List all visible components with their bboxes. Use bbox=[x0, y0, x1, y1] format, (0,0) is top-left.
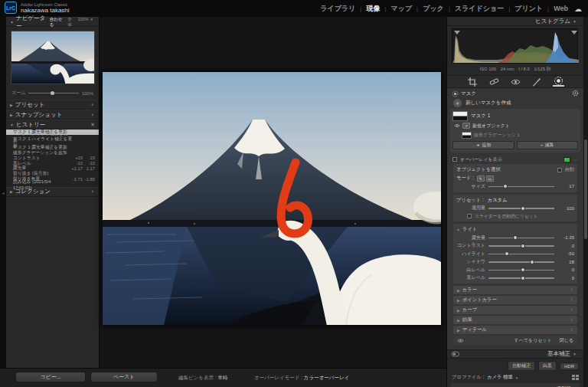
show-edit-pins-value[interactable]: 常時 bbox=[217, 375, 227, 380]
overlay-mode-value[interactable]: カラーオーバーレイ bbox=[304, 375, 349, 380]
module-slideshow[interactable]: スライドショー bbox=[453, 4, 505, 14]
copy-button[interactable]: コピー... bbox=[15, 372, 86, 382]
detail-section-header[interactable]: ▶ディテール⏽ bbox=[453, 326, 577, 334]
collapse-triangle-icon[interactable]: ▶ bbox=[10, 103, 13, 107]
presets-header[interactable]: ▶ プリセット ＋ bbox=[6, 100, 99, 110]
mask-component-object[interactable]: ➚ 新規オブジェクト bbox=[452, 121, 578, 130]
hdr-button[interactable]: HDR bbox=[560, 362, 579, 370]
module-book[interactable]: ブック bbox=[421, 4, 446, 14]
basic-panel-header[interactable]: 基本補正 ▼ bbox=[447, 349, 583, 359]
snapshots-header[interactable]: ▶ スナップショット ＋ bbox=[6, 110, 99, 120]
mask-add-button[interactable]: ＋追加 bbox=[452, 141, 514, 149]
collapse-triangle-icon[interactable]: ▼ bbox=[456, 228, 460, 232]
color-section-header[interactable]: ▶カラー⏽ bbox=[453, 286, 577, 294]
collections-title: コレクション bbox=[15, 188, 51, 195]
rectangle-mode-icon[interactable]: ▭ bbox=[486, 175, 494, 182]
panel-switch-icon[interactable] bbox=[452, 351, 459, 357]
navigator-preview[interactable] bbox=[11, 31, 95, 84]
histogram[interactable] bbox=[452, 28, 578, 64]
plus-icon: ＋ bbox=[475, 142, 480, 149]
effects-section-header[interactable]: ▶効果⏽ bbox=[453, 316, 577, 324]
auto-checkbox[interactable] bbox=[557, 168, 562, 172]
overlay-options-icon[interactable]: ⋯ bbox=[573, 157, 578, 162]
mask-reset-button[interactable]: すべてをリセット bbox=[514, 337, 552, 344]
crop-tool-icon[interactable] bbox=[467, 77, 479, 87]
paste-button[interactable]: ペースト bbox=[90, 372, 158, 382]
section-switch-icon[interactable]: ⏽ bbox=[570, 297, 573, 303]
zoom-dropdown-icon[interactable]: ▾ bbox=[90, 17, 93, 28]
gear-icon[interactable] bbox=[572, 90, 579, 97]
module-map[interactable]: マップ bbox=[389, 4, 413, 14]
mask-close-button[interactable]: 閉じる bbox=[560, 337, 573, 344]
white-balance-card: WB : 撮影時 ▾ 色温度 6,650 かぶり補正 +9 bbox=[451, 383, 580, 387]
auto-tone-button[interactable]: 自動補正 bbox=[508, 361, 535, 371]
history-item[interactable]: 読み込み (2021/5/4 17:01:03) bbox=[6, 182, 99, 187]
brush-tool-icon[interactable] bbox=[531, 77, 543, 87]
show-overlay-checkbox[interactable] bbox=[452, 157, 457, 162]
auto-reset-checkbox[interactable] bbox=[467, 214, 472, 218]
create-new-mask-button[interactable]: ＋ 新しいマスクを作成 bbox=[450, 97, 580, 109]
shadows-slider[interactable] bbox=[488, 261, 554, 263]
collapse-triangle-icon[interactable]: ▼ bbox=[10, 123, 14, 127]
amount-slider[interactable] bbox=[488, 208, 554, 209]
module-print[interactable]: プリント bbox=[513, 4, 544, 14]
module-web[interactable]: Web bbox=[552, 5, 570, 12]
left-panel-collapse-strip[interactable]: ◂ bbox=[0, 17, 6, 368]
healing-tool-icon[interactable] bbox=[488, 77, 500, 87]
section-switch-icon[interactable]: ⏽ bbox=[570, 307, 573, 313]
curve-section-header[interactable]: ▶カーブ⏽ bbox=[453, 306, 577, 314]
mask-component-gradient[interactable]: 線形グラデーション 1 bbox=[452, 130, 578, 139]
mask1-card[interactable]: マスク 1 ➚ 新規オブジェクト 線形グラデーション 1 ＋追加 −減算 bbox=[450, 109, 580, 153]
collapse-triangle-icon[interactable]: ▶ bbox=[10, 113, 13, 117]
plus-circle-icon: ＋ bbox=[453, 99, 462, 107]
add-preset-icon[interactable]: ＋ bbox=[90, 101, 95, 109]
module-library[interactable]: ライブラリ bbox=[318, 4, 357, 14]
profile-value[interactable]: カメラ 標準 bbox=[487, 374, 513, 381]
redeye-tool-icon[interactable] bbox=[510, 77, 521, 87]
contrast-slider[interactable] bbox=[488, 245, 554, 247]
histogram-header[interactable]: ヒストグラム ▼ bbox=[447, 17, 583, 26]
brush-mode-icon[interactable]: ✎ bbox=[477, 175, 485, 182]
light-section-header[interactable]: ▼ ライト bbox=[456, 225, 574, 234]
section-switch-icon[interactable]: ⏽ bbox=[570, 287, 573, 293]
mask-subtract-button[interactable]: −減算 bbox=[517, 141, 579, 149]
profile-browser-icon[interactable] bbox=[572, 375, 579, 380]
mask1-label: マスク 1 bbox=[471, 113, 490, 120]
gradient-label: 線形グラデーション 1 bbox=[474, 132, 520, 139]
show-edit-pins-control[interactable]: 編集ピンを表示 : 常時 bbox=[178, 375, 227, 382]
section-switch-icon[interactable]: ⏽ bbox=[570, 327, 573, 333]
eye-icon[interactable] bbox=[454, 123, 460, 129]
zoom-fill-option[interactable]: 全体 bbox=[67, 17, 75, 28]
zoom-fit-option[interactable]: 合わせる bbox=[50, 17, 66, 28]
masking-tool-icon[interactable] bbox=[553, 77, 564, 87]
right-scrollbar[interactable] bbox=[583, 17, 588, 387]
zoom-level-option[interactable]: 100% bbox=[77, 17, 88, 28]
highlights-slider[interactable] bbox=[488, 254, 554, 255]
exposure-slider[interactable] bbox=[488, 238, 554, 239]
overlay-color-swatch[interactable] bbox=[564, 157, 570, 162]
zoom-slider[interactable] bbox=[28, 93, 78, 93]
overlay-mode-control[interactable]: オーバーレイモード : カラーオーバーレイ bbox=[254, 375, 349, 382]
preset-value[interactable]: カスタム bbox=[488, 197, 508, 204]
collapse-triangle-icon[interactable]: ▼ bbox=[573, 352, 577, 356]
add-collection-icon[interactable]: ＋ bbox=[90, 188, 95, 195]
scrollbar-thumb[interactable] bbox=[584, 139, 587, 239]
cloud-sync-icon[interactable]: ☁ bbox=[574, 5, 582, 13]
clear-history-icon[interactable]: ✕ bbox=[90, 122, 95, 128]
module-develop[interactable]: 現像 bbox=[364, 4, 381, 14]
profile-dropdown-icon[interactable]: ▾ bbox=[516, 376, 518, 380]
navigator-header[interactable]: ▼ ナビゲーター 合わせる 全体 100% ▾ bbox=[6, 17, 99, 27]
collapse-triangle-icon[interactable]: ▼ bbox=[10, 20, 14, 25]
size-slider[interactable] bbox=[488, 186, 554, 188]
point-color-section-header[interactable]: ▶ポイントカラー⏽ bbox=[453, 296, 577, 304]
add-snapshot-icon[interactable]: ＋ bbox=[90, 111, 95, 119]
section-switch-icon[interactable]: ⏽ bbox=[570, 317, 573, 323]
collapse-triangle-icon[interactable]: ▶ bbox=[10, 189, 13, 194]
histogram-title: ヒストグラム bbox=[535, 18, 570, 25]
eye-icon[interactable] bbox=[457, 338, 464, 343]
blacks-slider[interactable] bbox=[488, 277, 554, 279]
collapse-triangle-icon[interactable]: ▼ bbox=[573, 19, 577, 24]
bw-button[interactable]: 白黒 bbox=[538, 361, 557, 371]
whites-slider[interactable] bbox=[488, 270, 554, 271]
main-photo[interactable] bbox=[103, 72, 441, 325]
